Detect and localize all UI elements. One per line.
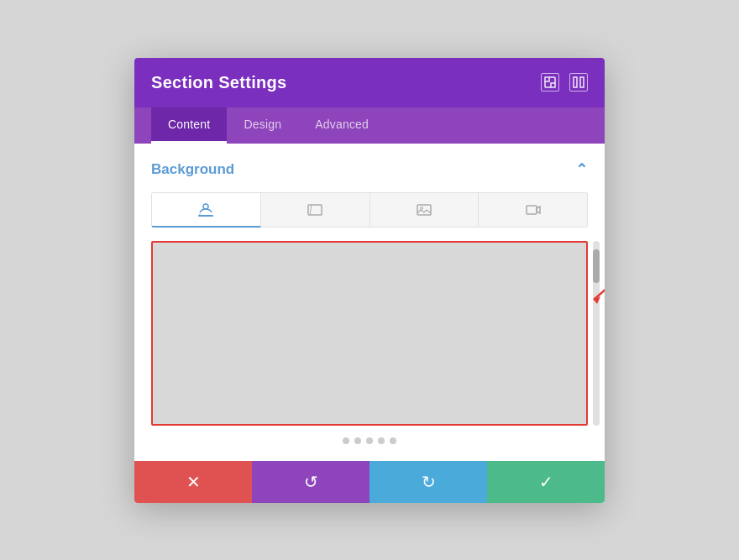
- bg-type-video[interactable]: [479, 192, 588, 228]
- dot-1: [343, 437, 349, 444]
- scrollbar-thumb[interactable]: [593, 249, 600, 283]
- dot-5: [390, 437, 396, 444]
- svg-rect-0: [545, 77, 549, 81]
- modal-title: Section Settings: [151, 73, 287, 92]
- columns-icon[interactable]: [569, 73, 588, 92]
- section-background-label: Background ⌃: [151, 160, 588, 179]
- svg-rect-14: [527, 206, 537, 214]
- scrollbar-track[interactable]: [593, 241, 600, 426]
- section-settings-modal: Section Settings Content: [134, 58, 605, 503]
- modal-footer: ✕ ↺ ↻ ✓: [134, 461, 605, 503]
- dot-3: [366, 437, 373, 444]
- cancel-button[interactable]: ✕: [134, 461, 252, 503]
- svg-rect-6: [574, 77, 577, 87]
- collapse-chevron[interactable]: ⌃: [575, 160, 588, 179]
- modal-header: Section Settings: [134, 58, 605, 107]
- bg-type-tabs: [151, 192, 588, 228]
- svg-rect-7: [580, 77, 584, 87]
- tab-content[interactable]: Content: [151, 107, 227, 144]
- bg-type-gradient[interactable]: [261, 192, 370, 228]
- reset-button[interactable]: ↺: [252, 461, 370, 503]
- tabs-bar: Content Design Advanced: [134, 107, 605, 144]
- modal-body: Background ⌃: [134, 144, 605, 461]
- redo-button[interactable]: ↻: [370, 461, 487, 503]
- svg-line-11: [310, 205, 312, 215]
- expand-icon[interactable]: [541, 73, 559, 92]
- svg-rect-1: [551, 83, 555, 87]
- svg-point-13: [420, 207, 422, 209]
- svg-point-8: [203, 204, 208, 209]
- tab-design[interactable]: Design: [227, 107, 298, 144]
- color-picker-wrapper: [151, 241, 588, 426]
- svg-rect-12: [417, 205, 431, 215]
- tab-advanced[interactable]: Advanced: [298, 107, 385, 144]
- bg-type-image[interactable]: [370, 192, 480, 228]
- dot-2: [354, 437, 361, 444]
- bg-type-color[interactable]: [151, 192, 261, 228]
- background-title: Background: [151, 161, 234, 178]
- dot-4: [378, 437, 385, 444]
- svg-rect-9: [198, 215, 213, 217]
- color-picker-area[interactable]: [151, 241, 588, 426]
- confirm-button[interactable]: ✓: [487, 461, 605, 503]
- header-icons: [541, 73, 588, 92]
- pagination-dots: [151, 426, 588, 447]
